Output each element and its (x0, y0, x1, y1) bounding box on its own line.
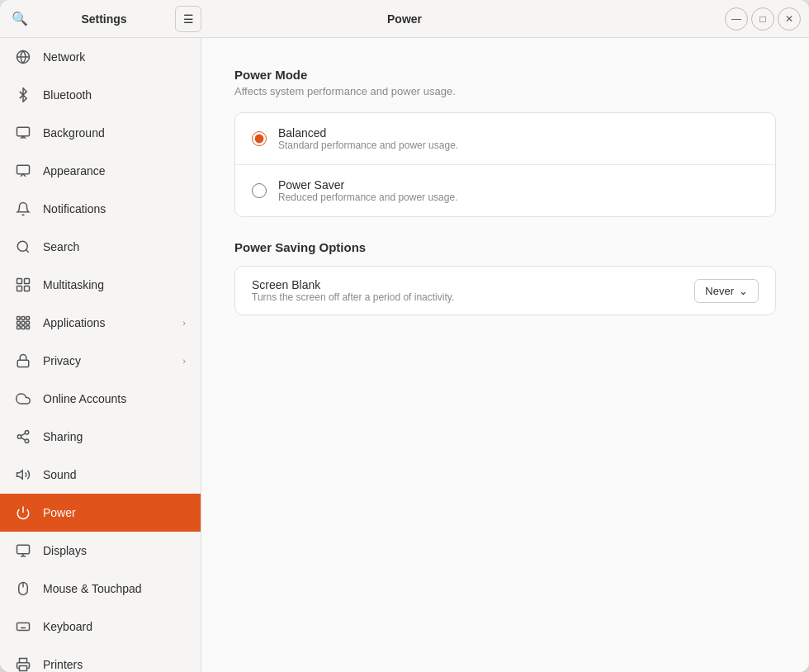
balanced-sublabel: Standard performance and power usage. (278, 140, 458, 151)
svg-rect-9 (17, 286, 22, 291)
svg-point-5 (17, 241, 27, 251)
titlebar: 🔍 Settings ☰ Power — □ ✕ (0, 0, 809, 38)
svg-rect-19 (26, 326, 30, 329)
sidebar-item-appearance[interactable]: Appearance (0, 152, 201, 190)
svg-rect-4 (17, 165, 30, 174)
background-icon (15, 125, 31, 140)
sidebar-item-keyboard[interactable]: Keyboard (0, 608, 201, 646)
svg-rect-8 (25, 279, 30, 284)
sidebar-label-displays: Displays (43, 544, 87, 557)
sidebar-item-notifications[interactable]: Notifications (0, 190, 201, 228)
displays-icon (15, 543, 31, 558)
chevron-down-icon: ⌄ (739, 285, 748, 297)
content-area: NetworkBluetoothBackgroundAppearanceNoti… (0, 38, 809, 672)
svg-rect-16 (26, 321, 30, 324)
svg-rect-12 (21, 317, 25, 320)
svg-rect-2 (17, 127, 30, 136)
close-icon: ✕ (785, 13, 793, 25)
svg-line-6 (26, 249, 28, 252)
menu-button[interactable]: ☰ (175, 6, 201, 32)
sidebar-item-search[interactable]: Search (0, 228, 201, 266)
mouse-touchpad-icon (15, 581, 31, 596)
sidebar-item-displays[interactable]: Displays (0, 532, 201, 570)
appearance-icon (15, 163, 31, 178)
power-saver-row[interactable]: Power Saver Reduced performance and powe… (235, 164, 775, 216)
power-mode-card: Balanced Standard performance and power … (234, 112, 776, 217)
svg-rect-10 (25, 286, 30, 291)
svg-rect-13 (26, 317, 30, 320)
sound-icon (15, 467, 31, 482)
sidebar-item-applications[interactable]: Applications› (0, 304, 201, 342)
power-saver-radio[interactable] (252, 183, 267, 198)
balanced-label: Balanced (278, 126, 458, 140)
notifications-icon (15, 201, 31, 216)
power-saver-label: Power Saver (278, 178, 457, 192)
svg-rect-18 (21, 326, 25, 329)
sidebar-item-network[interactable]: Network (0, 38, 201, 76)
close-button[interactable]: ✕ (778, 7, 801, 31)
power-icon (15, 505, 31, 520)
sidebar: NetworkBluetoothBackgroundAppearanceNoti… (0, 38, 201, 672)
screen-blank-value: Never (705, 285, 734, 297)
search-icon: 🔍 (12, 11, 28, 26)
online-accounts-icon (15, 391, 31, 406)
sidebar-label-printers: Printers (43, 658, 83, 671)
sidebar-label-keyboard: Keyboard (43, 620, 92, 633)
applications-icon (15, 315, 31, 330)
panel-title: Power (387, 12, 422, 26)
maximize-button[interactable]: □ (751, 7, 774, 31)
sidebar-label-power: Power (43, 506, 76, 519)
svg-rect-14 (17, 321, 21, 324)
search-icon (15, 239, 31, 254)
sidebar-item-multitasking[interactable]: Multitasking (0, 266, 201, 304)
screen-blank-row: Screen Blank Turns the screen off after … (235, 267, 775, 315)
multitasking-icon (15, 277, 31, 292)
network-icon (15, 50, 31, 64)
balanced-radio[interactable] (252, 131, 267, 146)
sidebar-label-applications: Applications (43, 316, 106, 329)
sidebar-item-online-accounts[interactable]: Online Accounts (0, 380, 201, 418)
sidebar-label-online-accounts: Online Accounts (43, 392, 126, 405)
bluetooth-icon (15, 88, 31, 102)
sidebar-item-sound[interactable]: Sound (0, 456, 201, 494)
sidebar-label-sharing: Sharing (43, 430, 83, 443)
svg-rect-17 (17, 326, 21, 329)
sidebar-label-bluetooth: Bluetooth (43, 88, 92, 102)
search-button[interactable]: 🔍 (7, 6, 33, 32)
power-saver-sublabel: Reduced performance and power usage. (278, 192, 457, 203)
sharing-icon (15, 429, 31, 444)
screen-blank-sublabel: Turns the screen off after a period of i… (252, 291, 454, 303)
screen-blank-dropdown[interactable]: Never ⌄ (694, 279, 759, 303)
sidebar-item-power[interactable]: Power (0, 494, 201, 532)
titlebar-left: 🔍 Settings ☰ (0, 6, 201, 32)
sidebar-item-printers[interactable]: Printers (0, 646, 201, 672)
power-saving-title: Power Saving Options (234, 240, 776, 254)
svg-rect-28 (17, 545, 30, 554)
sidebar-label-mouse-touchpad: Mouse & Touchpad (43, 582, 142, 595)
sidebar-item-privacy[interactable]: Privacy› (0, 342, 201, 380)
sidebar-item-background[interactable]: Background (0, 114, 201, 152)
svg-rect-15 (21, 321, 25, 324)
svg-marker-26 (17, 471, 23, 480)
balanced-row[interactable]: Balanced Standard performance and power … (235, 113, 775, 164)
printers-icon (15, 657, 31, 672)
sidebar-label-network: Network (43, 50, 85, 64)
minimize-button[interactable]: — (725, 7, 748, 31)
keyboard-icon (15, 619, 31, 634)
sidebar-item-mouse-touchpad[interactable]: Mouse & Touchpad (0, 570, 201, 608)
power-mode-desc: Affects system performance and power usa… (234, 85, 776, 97)
svg-rect-33 (17, 623, 30, 631)
sidebar-label-appearance: Appearance (43, 164, 106, 177)
sidebar-item-sharing[interactable]: Sharing (0, 418, 201, 456)
privacy-icon (15, 353, 31, 368)
svg-line-25 (21, 433, 25, 436)
minimize-icon: — (731, 13, 741, 25)
sidebar-label-multitasking: Multitasking (43, 278, 104, 291)
main-panel: Power Mode Affects system performance an… (201, 38, 809, 672)
sidebar-label-notifications: Notifications (43, 202, 106, 215)
sidebar-item-bluetooth[interactable]: Bluetooth (0, 76, 201, 114)
settings-window: 🔍 Settings ☰ Power — □ ✕ NetworkBluetoot… (0, 0, 809, 672)
svg-point-23 (25, 439, 29, 443)
chevron-right-icon: › (182, 356, 186, 366)
app-title: Settings (40, 12, 168, 26)
